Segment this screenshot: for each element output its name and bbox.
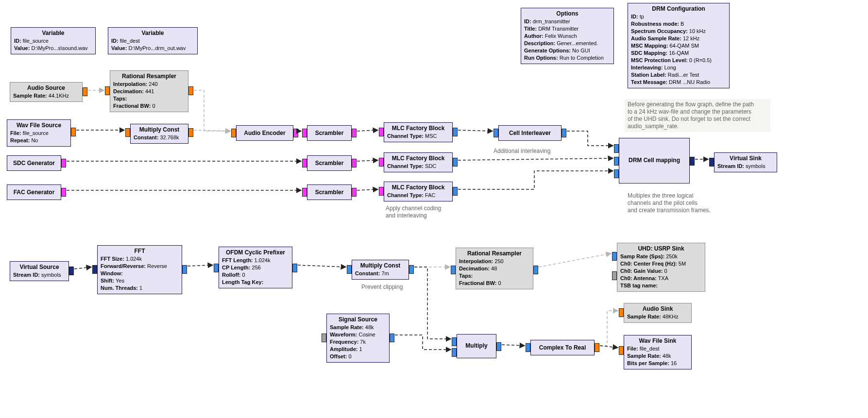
in-port[interactable]: [379, 158, 384, 167]
block-title: FFT: [101, 248, 179, 254]
in-port[interactable]: [105, 86, 110, 95]
in-port[interactable]: [612, 252, 617, 261]
note-clip: Prevent clipping: [358, 282, 406, 293]
block-title: Multiply Const: [355, 262, 406, 269]
rational-resampler-1[interactable]: Rational Resampler Interpolation: 240 De…: [110, 70, 188, 112]
in-port-1[interactable]: [452, 348, 457, 357]
audio-sink-block[interactable]: Audio Sink Sample Rate: 48KHz: [624, 303, 692, 323]
multiply-block[interactable]: Multiply: [457, 334, 496, 358]
block-title: Scrambler: [310, 130, 348, 136]
out-port[interactable]: [352, 129, 357, 137]
variable-file-source[interactable]: Variable ID: file_source Value: D:\MyPro…: [11, 27, 96, 54]
fac-generator-block[interactable]: FAC Generator: [7, 184, 61, 200]
in-port-0[interactable]: [614, 144, 619, 153]
block-title: Rational Resampler: [459, 250, 530, 257]
out-port[interactable]: [390, 334, 394, 342]
block-title: Audio Sink: [627, 305, 688, 312]
complex-to-real-block[interactable]: Complex To Real: [530, 340, 595, 355]
out-port[interactable]: [292, 264, 297, 272]
out-port[interactable]: [453, 128, 458, 136]
wav-file-sink-block[interactable]: Wav File Sink File: file_dest Sample Rat…: [624, 335, 692, 369]
out-port[interactable]: [496, 342, 501, 351]
out-port[interactable]: [352, 159, 357, 167]
uhd-usrp-sink-block[interactable]: UHD: USRP Sink Samp Rate (Sps): 250k Ch0…: [617, 243, 705, 292]
out-port[interactable]: [453, 187, 458, 196]
wav-file-source-block[interactable]: Wav File Source File: file_source Repeat…: [7, 119, 71, 147]
block-title: Complex To Real: [534, 344, 591, 351]
in-port[interactable]: [619, 346, 624, 355]
in-port[interactable]: [302, 129, 307, 137]
block-title: Multiply Const: [134, 126, 185, 133]
ofdm-cyclic-prefixer-block[interactable]: OFDM Cyclic Prefixer FFT Length: 1.024k …: [219, 247, 292, 288]
out-port[interactable]: [409, 265, 414, 274]
in-port[interactable]: [619, 308, 624, 317]
drm-cell-mapping-block[interactable]: DRM Cell mapping: [619, 138, 690, 184]
in-port[interactable]: [125, 128, 130, 137]
in-port[interactable]: [302, 159, 307, 167]
in-port[interactable]: [231, 129, 236, 137]
out-port[interactable]: [71, 128, 76, 136]
multiply-const-2[interactable]: Multiply Const Constant: 7m: [352, 260, 409, 280]
mlc-factory-sdc[interactable]: MLC Factory Block Channel Type: SDC: [384, 152, 453, 172]
out-port[interactable]: [69, 267, 74, 275]
audio-source-block[interactable]: Audio Source Sample Rate: 44.1KHz: [10, 82, 83, 102]
block-title: DRM Configuration: [631, 5, 726, 12]
in-port[interactable]: [379, 128, 384, 136]
block-title: Rational Resampler: [113, 73, 185, 80]
block-title: MLC Factory Block: [387, 184, 449, 191]
virtual-source-block[interactable]: Virtual Source Stream ID: symbols: [10, 261, 69, 281]
rational-resampler-2[interactable]: Rational Resampler Interpolation: 250 De…: [456, 248, 533, 289]
in-port[interactable]: [494, 129, 498, 137]
in-port[interactable]: [214, 264, 219, 272]
fft-block[interactable]: FFT FFT Size: 1.024k Forward/Reverse: Re…: [97, 245, 182, 294]
in-port-0[interactable]: [452, 337, 457, 346]
mlc-factory-fac[interactable]: MLC Factory Block Channel Type: FAC: [384, 182, 453, 201]
in-port[interactable]: [347, 265, 352, 274]
in-port-1[interactable]: [614, 157, 619, 166]
out-port[interactable]: [352, 188, 357, 197]
scrambler-sdc[interactable]: Scrambler: [307, 155, 352, 171]
out-port[interactable]: [293, 129, 298, 137]
in-port-2[interactable]: [614, 169, 619, 178]
out-port[interactable]: [182, 265, 187, 274]
out-port[interactable]: [453, 158, 458, 167]
multiply-const-1[interactable]: Multiply Const Constant: 32.768k: [130, 124, 188, 144]
scrambler-fac[interactable]: Scrambler: [307, 184, 352, 200]
scrambler-msc[interactable]: Scrambler: [307, 125, 352, 141]
options-block[interactable]: Options ID: drm_transmitter Title: DRM T…: [521, 8, 614, 64]
out-port[interactable]: [188, 86, 193, 95]
block-title: Scrambler: [310, 189, 348, 196]
in-port[interactable]: [92, 265, 97, 274]
in-port[interactable]: [379, 187, 384, 196]
out-port[interactable]: [690, 157, 695, 166]
in-port[interactable]: [709, 158, 714, 167]
note-cellint: Additional interleaving: [491, 146, 553, 157]
in-port[interactable]: [451, 266, 456, 274]
cmd-port[interactable]: [322, 334, 326, 342]
block-title: Options: [524, 10, 611, 17]
variable-file-dest[interactable]: Variable ID: file_dest Value: D:\MyPro..…: [108, 27, 198, 54]
out-port[interactable]: [61, 159, 66, 167]
mlc-factory-msc[interactable]: MLC Factory Block Channel Type: MSC: [384, 122, 453, 142]
signal-source-block[interactable]: Signal Source Sample Rate: 48k Waveform:…: [326, 314, 390, 363]
sdc-generator-block[interactable]: SDC Generator: [7, 155, 61, 171]
out-port[interactable]: [533, 266, 538, 274]
cmd-port[interactable]: [612, 271, 617, 280]
out-port[interactable]: [562, 129, 566, 137]
out-port[interactable]: [188, 128, 193, 137]
in-port[interactable]: [302, 188, 307, 197]
block-title: UHD: USRP Sink: [620, 245, 702, 252]
out-port[interactable]: [595, 343, 599, 352]
block-title: Multiply: [460, 342, 493, 349]
audio-encoder-block[interactable]: Audio Encoder: [236, 125, 293, 141]
block-title: MLC Factory Block: [387, 155, 449, 162]
note-mux: Multiplex the three logical channels and…: [625, 190, 714, 216]
drm-config-block[interactable]: DRM Configuration ID: tp Robustness mode…: [628, 3, 730, 88]
out-port[interactable]: [83, 87, 87, 96]
in-port[interactable]: [526, 343, 530, 352]
out-port[interactable]: [61, 188, 66, 197]
block-title: Audio Source: [13, 84, 79, 91]
block-title: Variable: [14, 30, 92, 36]
virtual-sink-block[interactable]: Virtual Sink Stream ID: symbols: [714, 152, 777, 172]
cell-interleaver-block[interactable]: Cell Interleaver: [498, 125, 562, 141]
